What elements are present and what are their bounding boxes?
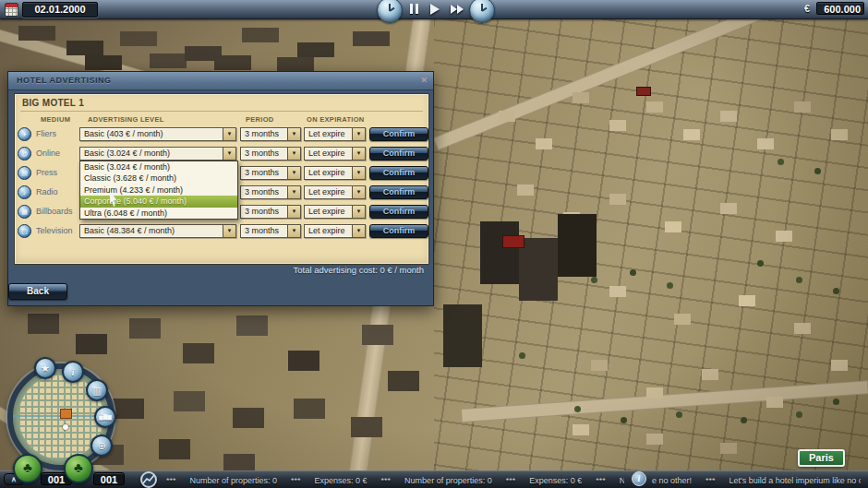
confirm-button-radio[interactable]: Confirm	[369, 185, 428, 199]
level-select-television[interactable]: Basic (48.384 € / month) ▼	[79, 224, 236, 238]
medium-label: Billboards	[36, 205, 73, 219]
select-value: 3 months	[241, 148, 287, 160]
period-select-radio[interactable]: 3 months ▼	[240, 185, 301, 199]
medium-label: Television	[36, 224, 73, 238]
calendar-icon	[5, 3, 18, 17]
dropdown-option[interactable]: Classic (3.628 € / month)	[80, 173, 237, 184]
select-value: Basic (48.384 € / month)	[80, 225, 223, 237]
period-select-press[interactable]: 3 months ▼	[240, 166, 301, 180]
select-value: Basic (3.024 € / month)	[80, 148, 223, 160]
chevron-down-icon[interactable]: ▼	[223, 148, 235, 160]
hotel-counter-2: 001	[93, 472, 125, 485]
dropdown-option[interactable]: Premium (4.233 € / month)	[80, 184, 237, 196]
landmark-icon: ▥	[88, 381, 106, 399]
billboard-sign	[637, 88, 650, 95]
balance-display: 600.000	[816, 2, 864, 15]
chevron-down-icon[interactable]: ▼	[352, 167, 365, 179]
confirm-button-television[interactable]: Confirm	[369, 224, 428, 238]
expiration-select-fliers[interactable]: Let expire ▼	[304, 127, 366, 141]
medium-label: Radio	[36, 185, 58, 199]
globe-button[interactable]: ⊕	[90, 434, 113, 457]
chevron-down-icon[interactable]: ▼	[352, 186, 365, 198]
buildings-icon: ▅▇▆	[96, 408, 115, 426]
online-icon: @	[18, 147, 31, 161]
period-select-fliers[interactable]: 3 months ▼	[240, 127, 301, 141]
landmark-button[interactable]: ▥	[86, 379, 108, 401]
select-value: 3 months	[241, 206, 287, 218]
select-value: 3 months	[241, 167, 287, 179]
hotel-advertising-dialog: HOTEL ADVERTISING ✕ BIG MOTEL 1 MEDIUM A…	[7, 71, 434, 306]
confirm-button-fliers[interactable]: Confirm	[369, 127, 428, 141]
level-select-online[interactable]: Basic (3.024 € / month) ▼	[79, 147, 236, 161]
hotel-list-button-2[interactable]: ♣	[64, 454, 93, 483]
period-select-billboards[interactable]: 3 months ▼	[240, 205, 301, 219]
period-select-online[interactable]: 3 months ▼	[240, 147, 301, 161]
expiration-select-press[interactable]: Let expire ▼	[304, 166, 366, 180]
currency-symbol: €	[804, 3, 810, 14]
globe-icon: ⊕	[92, 436, 111, 455]
divider	[20, 111, 423, 112]
level-select-fliers[interactable]: Basic (403 € / month) ▼	[79, 127, 236, 141]
advertising-panel: BIG MOTEL 1 MEDIUM ADVERTISING LEVEL PER…	[14, 93, 429, 265]
chevron-down-icon[interactable]: ▼	[287, 128, 300, 140]
level-dropdown-list: Basic (3.024 € / month) Classic (3.628 €…	[79, 161, 238, 220]
column-header-medium: MEDIUM	[41, 115, 70, 124]
expiration-select-television[interactable]: Let expire ▼	[304, 224, 366, 238]
dialog-title-bar[interactable]: HOTEL ADVERTISING ✕	[8, 72, 433, 90]
icon-glyph: ▦	[21, 208, 28, 215]
chevron-down-icon[interactable]: ▼	[223, 128, 235, 140]
medium-label: Online	[36, 147, 60, 161]
confirm-button-online[interactable]: Confirm	[369, 147, 428, 161]
star-button[interactable]: ★	[34, 357, 56, 379]
dropdown-option[interactable]: Basic (3.024 € / month)	[80, 161, 237, 173]
buildings-button[interactable]: ▅▇▆	[94, 406, 116, 428]
chevron-down-icon[interactable]: ▼	[287, 148, 300, 160]
chevron-down-icon[interactable]: ▼	[287, 206, 300, 218]
play-button[interactable]	[430, 4, 440, 15]
hotel-list-button-1[interactable]: ♣	[13, 454, 42, 483]
minimap-selected-block	[61, 410, 71, 418]
confirm-button-billboards[interactable]: Confirm	[369, 205, 428, 219]
select-value: Let expire	[305, 206, 352, 218]
star-icon: ★	[36, 359, 54, 377]
stats-ticker: *** Number of properties: 0 *** Expenses…	[166, 475, 624, 486]
select-value: Let expire	[305, 128, 352, 140]
chevron-down-icon[interactable]: ▼	[352, 128, 365, 140]
billboard-sign	[503, 236, 524, 247]
select-value: 3 months	[241, 186, 287, 198]
fliers-icon: ✈	[18, 127, 31, 141]
chevron-down-icon[interactable]: ▼	[352, 206, 365, 218]
tree-icon: ♣	[15, 456, 41, 480]
expiration-select-online[interactable]: Let expire ▼	[304, 147, 366, 161]
back-button[interactable]: Back	[8, 283, 67, 300]
close-icon[interactable]: ✕	[420, 76, 428, 85]
city-name-sign: Paris	[798, 449, 845, 467]
info-button[interactable]: i	[62, 361, 84, 383]
confirm-button-press[interactable]: Confirm	[369, 166, 428, 180]
chevron-down-icon[interactable]: ▼	[287, 225, 300, 237]
icon-glyph: ♪	[23, 189, 27, 196]
chevron-down-icon[interactable]: ▼	[223, 225, 235, 237]
chevron-down-icon[interactable]: ▼	[287, 167, 300, 179]
expiration-select-billboards[interactable]: Let expire ▼	[304, 205, 366, 219]
dropdown-option[interactable]: Ultra (6.048 € / month)	[80, 208, 237, 219]
dialog-title: HOTEL ADVERTISING	[17, 76, 112, 85]
medium-label: Press	[36, 166, 57, 180]
press-icon: ▤	[18, 166, 31, 180]
top-bar: 02.01.2000 € 600.000	[0, 0, 868, 19]
chevron-down-icon[interactable]: ▼	[287, 186, 300, 198]
chevron-down-icon[interactable]: ▼	[352, 148, 365, 160]
dropdown-option-highlighted[interactable]: Corporate (5.040 € / month)	[80, 196, 237, 207]
info-ticker-icon: i	[632, 471, 646, 486]
total-cost-label: Total advertising cost: 0 € / month	[293, 265, 424, 275]
expiration-select-radio[interactable]: Let expire ▼	[304, 185, 366, 199]
pause-button[interactable]	[409, 4, 420, 14]
ad-row-online: @ Online Basic (3.024 € / month) ▼ 3 mon…	[15, 147, 428, 161]
icon-glyph: ▢	[21, 228, 28, 234]
period-select-television[interactable]: 3 months ▼	[240, 224, 301, 238]
line-chart-icon	[142, 473, 155, 486]
select-value: 3 months	[241, 128, 287, 140]
statistics-button[interactable]	[140, 471, 157, 488]
chevron-down-icon[interactable]: ▼	[352, 225, 365, 237]
column-header-period: PERIOD	[246, 115, 274, 124]
